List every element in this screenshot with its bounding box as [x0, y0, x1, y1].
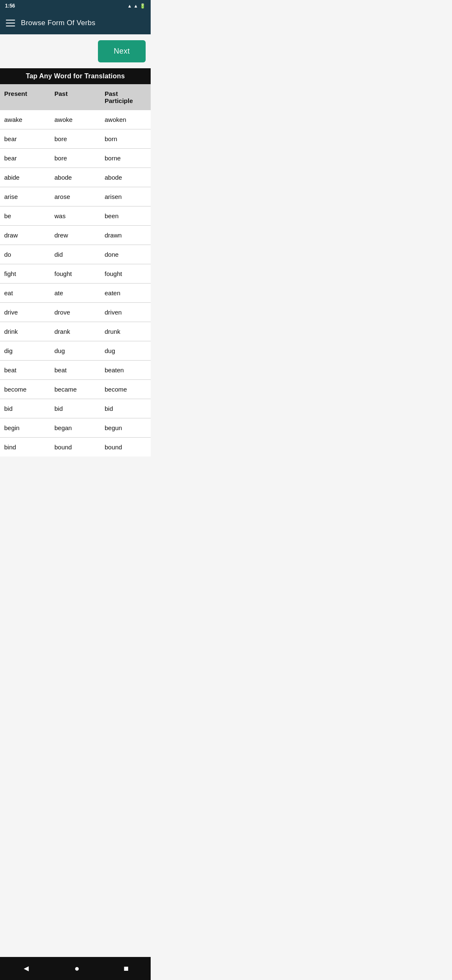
status-bar: 1:56 ▲ ▲ 🔋 — [0, 0, 151, 12]
verb-past: drove — [50, 305, 100, 319]
header-past-participle: Past Participle — [100, 88, 151, 106]
header-past: Past — [50, 88, 100, 106]
verb-past-participle: done — [100, 248, 151, 261]
verb-present: fight — [0, 267, 50, 281]
table-row[interactable]: bidbidbid — [0, 399, 151, 418]
verb-past-participle: awoken — [100, 113, 151, 126]
verb-past: did — [50, 248, 100, 261]
verb-past-participle: borne — [100, 151, 151, 165]
verb-past-participle: drawn — [100, 228, 151, 242]
verb-present: be — [0, 209, 50, 223]
verb-past: drew — [50, 228, 100, 242]
table-row[interactable]: beatbeatbeaten — [0, 361, 151, 380]
verb-past-participle: abode — [100, 170, 151, 184]
verb-past-participle: bid — [100, 402, 151, 415]
verb-present: bind — [0, 440, 50, 454]
table-row[interactable]: abideabodeabode — [0, 168, 151, 187]
verb-past: began — [50, 421, 100, 435]
verb-past-participle: born — [100, 132, 151, 146]
menu-icon[interactable] — [6, 20, 15, 26]
next-button[interactable]: Next — [98, 40, 146, 62]
verb-present: begin — [0, 421, 50, 435]
table-row[interactable]: dodiddone — [0, 245, 151, 264]
verb-present: bear — [0, 151, 50, 165]
verb-past: abode — [50, 170, 100, 184]
verb-present: become — [0, 382, 50, 396]
verb-past: arose — [50, 190, 100, 204]
verb-past: ate — [50, 286, 100, 300]
verb-past-participle: bound — [100, 440, 151, 454]
table-row[interactable]: fightfoughtfought — [0, 264, 151, 284]
verb-present: eat — [0, 286, 50, 300]
verb-past: bore — [50, 132, 100, 146]
tap-banner: Tap Any Word for Translations — [0, 68, 151, 84]
verb-past: dug — [50, 344, 100, 358]
status-time: 1:56 — [5, 3, 15, 9]
header-present: Present — [0, 88, 50, 106]
verb-past-participle: driven — [100, 305, 151, 319]
verb-past: bound — [50, 440, 100, 454]
verb-list: awakeawokeawokenbearborebornbearboreborn… — [0, 110, 151, 456]
verb-present: dig — [0, 344, 50, 358]
verb-past-participle: dug — [100, 344, 151, 358]
wifi-icon: ▲ — [127, 3, 132, 8]
page-title: Browse Form Of Verbs — [21, 19, 95, 27]
verb-present: drive — [0, 305, 50, 319]
table-row[interactable]: awakeawokeawoken — [0, 110, 151, 129]
battery-icon: 🔋 — [140, 3, 146, 9]
verb-table-header: Present Past Past Participle — [0, 84, 151, 110]
verb-past-participle: eaten — [100, 286, 151, 300]
verb-present: drink — [0, 325, 50, 338]
verb-past-participle: become — [100, 382, 151, 396]
top-bar: Browse Form Of Verbs — [0, 12, 151, 34]
verb-past: became — [50, 382, 100, 396]
next-button-area: Next — [0, 34, 151, 68]
data-icon: ▲ — [134, 3, 138, 8]
table-row[interactable]: drivedrovedriven — [0, 303, 151, 322]
verb-present: abide — [0, 170, 50, 184]
table-row[interactable]: bindboundbound — [0, 438, 151, 456]
table-row[interactable]: becomebecamebecome — [0, 380, 151, 399]
verb-present: arise — [0, 190, 50, 204]
verb-past-participle: begun — [100, 421, 151, 435]
verb-past-participle: fought — [100, 267, 151, 281]
verb-past: bore — [50, 151, 100, 165]
verb-present: bear — [0, 132, 50, 146]
verb-past-participle: been — [100, 209, 151, 223]
status-icons: ▲ ▲ 🔋 — [127, 3, 146, 9]
verb-present: beat — [0, 363, 50, 377]
table-row[interactable]: digdugdug — [0, 341, 151, 361]
table-row[interactable]: bearboreborne — [0, 149, 151, 168]
table-row[interactable]: eatateeaten — [0, 284, 151, 303]
table-row[interactable]: beginbeganbegun — [0, 418, 151, 438]
verb-past-participle: drunk — [100, 325, 151, 338]
verb-past: beat — [50, 363, 100, 377]
table-row[interactable]: drinkdrankdrunk — [0, 322, 151, 341]
verb-past: drank — [50, 325, 100, 338]
verb-past: awoke — [50, 113, 100, 126]
verb-past: was — [50, 209, 100, 223]
verb-past: fought — [50, 267, 100, 281]
table-row[interactable]: drawdrewdrawn — [0, 226, 151, 245]
verb-present: do — [0, 248, 50, 261]
table-row[interactable]: bewasbeen — [0, 206, 151, 226]
verb-present: draw — [0, 228, 50, 242]
verb-present: bid — [0, 402, 50, 415]
verb-past-participle: arisen — [100, 190, 151, 204]
verb-past: bid — [50, 402, 100, 415]
verb-present: awake — [0, 113, 50, 126]
table-row[interactable]: arisearosearisen — [0, 187, 151, 206]
verb-past-participle: beaten — [100, 363, 151, 377]
table-row[interactable]: bearboreborn — [0, 129, 151, 149]
